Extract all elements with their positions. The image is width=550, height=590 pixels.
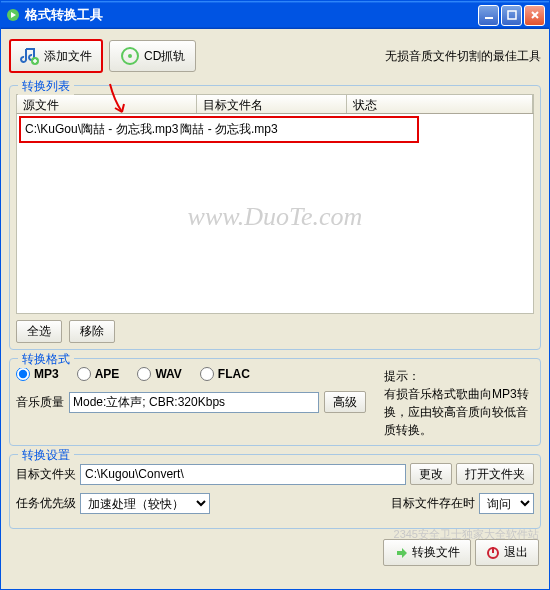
exists-label: 目标文件存在时: [391, 495, 475, 512]
music-add-icon: [20, 46, 40, 66]
quality-label: 音乐质量: [16, 394, 64, 411]
table-row[interactable]: C:\KuGou\陶喆 - 勿忘我.mp3 陶喆 - 勿忘我.mp3: [19, 116, 419, 143]
app-window: 格式转换工具 添加文件 CD抓轨 无损音质文件切割的最佳工具 转换列表 源文件 …: [0, 0, 550, 590]
convert-list-legend: 转换列表: [18, 78, 74, 95]
hint-title: 提示：: [384, 369, 420, 383]
change-folder-button[interactable]: 更改: [410, 463, 452, 485]
radio-flac[interactable]: FLAC: [200, 367, 250, 381]
col-target[interactable]: 目标文件名: [197, 95, 347, 113]
priority-select[interactable]: 加速处理（较快）: [80, 493, 210, 514]
remove-button[interactable]: 移除: [69, 320, 115, 343]
open-folder-button[interactable]: 打开文件夹: [456, 463, 534, 485]
settings-legend: 转换设置: [18, 447, 74, 464]
radio-wav[interactable]: WAV: [137, 367, 181, 381]
exists-select[interactable]: 询问: [479, 493, 534, 514]
list-header: 源文件 目标文件名 状态: [16, 94, 534, 114]
window-title: 格式转换工具: [25, 6, 476, 24]
maximize-button[interactable]: [501, 5, 522, 26]
row-target: 陶喆 - 勿忘我.mp3: [180, 121, 277, 138]
add-file-button[interactable]: 添加文件: [9, 39, 103, 73]
radio-mp3[interactable]: MP3: [16, 367, 59, 381]
priority-label: 任务优先级: [16, 495, 76, 512]
exit-button[interactable]: 退出: [475, 539, 539, 566]
cd-icon: [120, 46, 140, 66]
list-body[interactable]: C:\KuGou\陶喆 - 勿忘我.mp3 陶喆 - 勿忘我.mp3 www.D…: [16, 114, 534, 314]
svg-rect-2: [508, 11, 516, 19]
minimize-button[interactable]: [478, 5, 499, 26]
format-legend: 转换格式: [18, 351, 74, 368]
convert-button[interactable]: 转换文件: [383, 539, 471, 566]
add-file-label: 添加文件: [44, 48, 92, 65]
hint-box: 提示： 有损音乐格式歌曲向MP3转换，应由较高音质向较低音质转换。: [384, 367, 534, 439]
radio-ape[interactable]: APE: [77, 367, 120, 381]
select-all-button[interactable]: 全选: [16, 320, 62, 343]
hint-body: 有损音乐格式歌曲向MP3转换，应由较高音质向较低音质转换。: [384, 387, 529, 437]
col-source[interactable]: 源文件: [17, 95, 197, 113]
close-button[interactable]: [524, 5, 545, 26]
format-radio-group: MP3 APE WAV FLAC: [16, 367, 372, 381]
tagline: 无损音质文件切割的最佳工具: [385, 48, 541, 65]
format-panel: 转换格式 MP3 APE WAV FLAC 音乐质量 高级: [9, 358, 541, 446]
toolbar: 添加文件 CD抓轨 无损音质文件切割的最佳工具: [7, 35, 543, 77]
convert-icon: [394, 546, 408, 560]
svg-point-5: [128, 54, 132, 58]
svg-rect-7: [492, 547, 494, 553]
col-status[interactable]: 状态: [347, 95, 533, 113]
svg-rect-1: [485, 17, 493, 19]
quality-select[interactable]: [69, 392, 319, 413]
app-icon: [5, 7, 21, 23]
bottom-actions: 2345安全卫士独家大全软件站 转换文件 退出: [7, 533, 543, 568]
cd-rip-button[interactable]: CD抓轨: [109, 40, 196, 72]
watermark: www.DuoTe.com: [188, 202, 363, 232]
titlebar[interactable]: 格式转换工具: [1, 1, 549, 29]
settings-panel: 转换设置 目标文件夹 更改 打开文件夹 任务优先级 加速处理（较快） 目标文件存…: [9, 454, 541, 529]
target-folder-label: 目标文件夹: [16, 466, 76, 483]
target-folder-input[interactable]: [80, 464, 406, 485]
row-source: C:\KuGou\陶喆 - 勿忘我.mp3: [25, 121, 178, 138]
convert-list-panel: 转换列表 源文件 目标文件名 状态 C:\KuGou\陶喆 - 勿忘我.mp3 …: [9, 85, 541, 350]
exit-icon: [486, 546, 500, 560]
cd-rip-label: CD抓轨: [144, 48, 185, 65]
advanced-button[interactable]: 高级: [324, 391, 366, 413]
